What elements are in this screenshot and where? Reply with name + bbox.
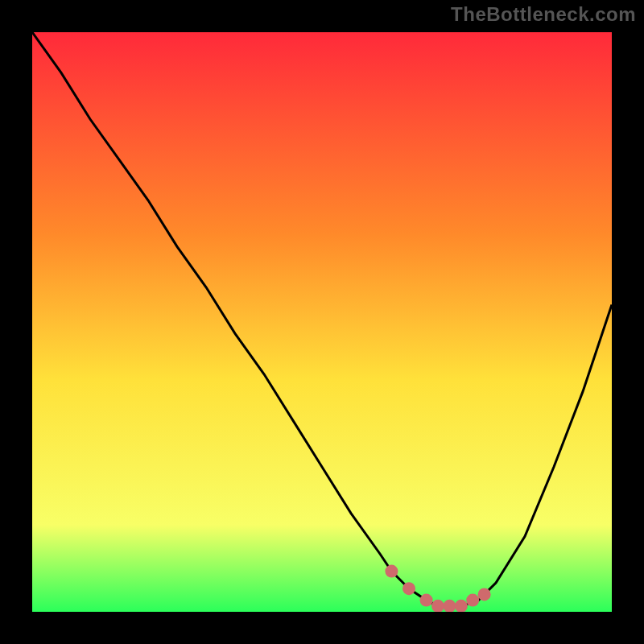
optimal-marker bbox=[466, 594, 479, 607]
optimal-marker bbox=[478, 588, 491, 601]
chart-frame: TheBottleneck.com bbox=[0, 0, 644, 644]
plot-area bbox=[32, 32, 612, 612]
optimal-marker bbox=[385, 565, 398, 578]
optimal-marker bbox=[420, 594, 433, 607]
optimal-marker bbox=[402, 582, 415, 595]
gradient-background bbox=[32, 32, 612, 612]
bottleneck-plot bbox=[32, 32, 612, 612]
watermark-text: TheBottleneck.com bbox=[451, 3, 636, 26]
